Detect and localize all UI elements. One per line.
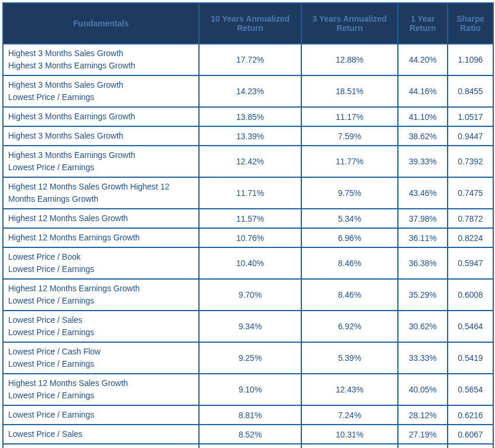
table-row: Highest 12 Months Sales Growth Highest 1… bbox=[3, 177, 493, 209]
row-three_year: 7.59% bbox=[301, 126, 398, 146]
row-one_year: 41.10% bbox=[398, 107, 448, 126]
row-ten_year: 13.85% bbox=[199, 107, 301, 126]
row-ten_year: 10.76% bbox=[199, 228, 301, 247]
row-label: Lowest Price / Earnings bbox=[3, 405, 199, 425]
row-label: Highest 3 Months Sales Growth bbox=[3, 126, 199, 146]
row-sharpe: 0.5654 bbox=[448, 374, 493, 405]
row-one_year: 38.62% bbox=[398, 126, 448, 146]
row-one_year: 43.46% bbox=[398, 177, 448, 209]
row-sharpe: 0.5703 bbox=[448, 444, 493, 448]
table-row: Highest 3 Months Earnings GrowthLowest P… bbox=[3, 146, 493, 177]
row-three_year: 5.34% bbox=[301, 209, 398, 228]
row-ten_year: 7.79% bbox=[199, 444, 301, 448]
row-ten_year: 14.23% bbox=[199, 75, 301, 107]
row-three_year: 8.46% bbox=[301, 279, 398, 311]
row-three_year: 6.92% bbox=[301, 311, 398, 342]
row-label: Highest 12 Months Earnings GrowthLowest … bbox=[3, 279, 199, 311]
row-sharpe: 0.7872 bbox=[448, 209, 493, 228]
header-1y: 1 Year Return bbox=[398, 3, 448, 44]
row-three_year: 7.24% bbox=[301, 405, 398, 425]
row-three_year: 18.51% bbox=[301, 75, 398, 107]
row-label: Highest 12 Months Sales GrowthLowest Pri… bbox=[3, 374, 199, 405]
row-label: Lowest Price / Cash FlowLowest Price / E… bbox=[3, 342, 199, 374]
row-label: Highest 3 Months Sales GrowthHighest 3 M… bbox=[3, 44, 199, 75]
row-label: Highest 3 Months Earnings Growth bbox=[3, 107, 199, 126]
row-sharpe: 0.6216 bbox=[448, 405, 493, 425]
row-label: Lowest Price / Cash Flow bbox=[3, 444, 199, 448]
row-sharpe: 0.7392 bbox=[448, 146, 493, 177]
row-one_year: 30.62% bbox=[398, 311, 448, 342]
row-one_year: 39.33% bbox=[398, 146, 448, 177]
row-ten_year: 11.57% bbox=[199, 209, 301, 228]
row-sharpe: 0.8224 bbox=[448, 228, 493, 247]
table-row: Highest 12 Months Earnings GrowthLowest … bbox=[3, 279, 493, 311]
row-ten_year: 12.42% bbox=[199, 146, 301, 177]
table-row: Lowest Price / Earnings8.81%7.24%28.12%0… bbox=[3, 405, 493, 425]
row-label: Highest 12 Months Sales Growth Highest 1… bbox=[3, 177, 199, 209]
row-three_year: 12.88% bbox=[301, 44, 398, 75]
table-row: Lowest Price / BookLowest Price / Earnin… bbox=[3, 247, 493, 279]
header-3y: 3 Years Annualized Return bbox=[301, 3, 398, 44]
row-three_year: 9.75% bbox=[301, 177, 398, 209]
row-ten_year: 13.39% bbox=[199, 126, 301, 146]
row-one_year: 40.05% bbox=[398, 374, 448, 405]
row-three_year: 11.77% bbox=[301, 146, 398, 177]
table-row: Highest 3 Months Sales GrowthLowest Pric… bbox=[3, 75, 493, 107]
row-one_year: 37.98% bbox=[398, 209, 448, 228]
row-three_year: 8.46% bbox=[301, 247, 398, 279]
table-row: Lowest Price / Cash Flow7.79%6.96%22.87%… bbox=[3, 444, 493, 448]
row-ten_year: 9.34% bbox=[199, 311, 301, 342]
row-sharpe: 0.6008 bbox=[448, 279, 493, 311]
row-label: Lowest Price / SalesLowest Price / Earni… bbox=[3, 311, 199, 342]
row-ten_year: 11.71% bbox=[199, 177, 301, 209]
row-three_year: 10.31% bbox=[301, 425, 398, 444]
row-ten_year: 17.72% bbox=[199, 44, 301, 75]
row-one_year: 36.38% bbox=[398, 247, 448, 279]
header-row: Fundamentals 10 Years Annualized Return … bbox=[3, 3, 493, 44]
row-label: Highest 12 Months Sales Growth bbox=[3, 209, 199, 228]
row-one_year: 22.87% bbox=[398, 444, 448, 448]
row-ten_year: 9.25% bbox=[199, 342, 301, 374]
row-sharpe: 0.5464 bbox=[448, 311, 493, 342]
row-three_year: 6.96% bbox=[301, 444, 398, 448]
row-one_year: 35.29% bbox=[398, 279, 448, 311]
row-sharpe: 0.9447 bbox=[448, 126, 493, 146]
row-sharpe: 0.6067 bbox=[448, 425, 493, 444]
row-label: Highest 3 Months Sales GrowthLowest Pric… bbox=[3, 75, 199, 107]
row-sharpe: 1.0517 bbox=[448, 107, 493, 126]
row-three_year: 5.39% bbox=[301, 342, 398, 374]
row-label: Lowest Price / Sales bbox=[3, 425, 199, 444]
table-row: Highest 3 Months Sales Growth13.39%7.59%… bbox=[3, 126, 493, 146]
row-one_year: 36.11% bbox=[398, 228, 448, 247]
row-ten_year: 9.10% bbox=[199, 374, 301, 405]
header-sharpe: Sharpe Ratio bbox=[448, 3, 493, 44]
table-row: Lowest Price / SalesLowest Price / Earni… bbox=[3, 311, 493, 342]
row-one_year: 44.16% bbox=[398, 75, 448, 107]
table-row: Highest 3 Months Earnings Growth13.85%11… bbox=[3, 107, 493, 126]
row-label: Highest 3 Months Earnings GrowthLowest P… bbox=[3, 146, 199, 177]
row-one_year: 28.12% bbox=[398, 405, 448, 425]
row-one_year: 44.20% bbox=[398, 44, 448, 75]
row-ten_year: 10.40% bbox=[199, 247, 301, 279]
table-row: Highest 12 Months Earnings Growth10.76%6… bbox=[3, 228, 493, 247]
row-ten_year: 9.70% bbox=[199, 279, 301, 311]
row-ten_year: 8.81% bbox=[199, 405, 301, 425]
row-label: Highest 12 Months Earnings Growth bbox=[3, 228, 199, 247]
row-three_year: 12.43% bbox=[301, 374, 398, 405]
table-row: Lowest Price / Cash FlowLowest Price / E… bbox=[3, 342, 493, 374]
row-sharpe: 0.5419 bbox=[448, 342, 493, 374]
table-row: Highest 12 Months Sales Growth11.57%5.34… bbox=[3, 209, 493, 228]
row-one_year: 33.33% bbox=[398, 342, 448, 374]
row-label: Lowest Price / BookLowest Price / Earnin… bbox=[3, 247, 199, 279]
table-body: Highest 3 Months Sales GrowthHighest 3 M… bbox=[3, 44, 493, 448]
row-sharpe: 0.7475 bbox=[448, 177, 493, 209]
row-sharpe: 0.8455 bbox=[448, 75, 493, 107]
row-sharpe: 0.5947 bbox=[448, 247, 493, 279]
header-fundamentals: Fundamentals bbox=[3, 3, 199, 44]
row-ten_year: 8.52% bbox=[199, 425, 301, 444]
row-sharpe: 1.1096 bbox=[448, 44, 493, 75]
table-row: Lowest Price / Sales8.52%10.31%27.19%0.6… bbox=[3, 425, 493, 444]
row-one_year: 27.19% bbox=[398, 425, 448, 444]
table-row: Highest 3 Months Sales GrowthHighest 3 M… bbox=[3, 44, 493, 75]
table-row: Highest 12 Months Sales GrowthLowest Pri… bbox=[3, 374, 493, 405]
